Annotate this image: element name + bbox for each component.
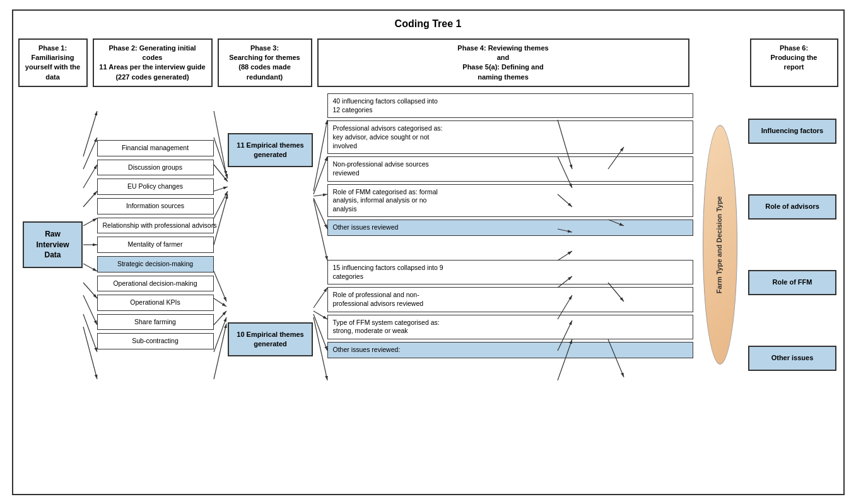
- item-box-3: Information sources: [97, 198, 214, 214]
- phase-headers: Phase 1: Familiarising yourself with the…: [18, 38, 838, 88]
- farm-type-oval: Farm Type and Decision Type: [703, 125, 737, 365]
- col-review: 40 influencing factors collapsed into 12…: [315, 93, 693, 396]
- review-top-box-3: Role of FMM categorised as: formal analy…: [327, 184, 693, 218]
- raw-interview-data-box: Raw Interview Data: [23, 221, 83, 268]
- item-box-0: Financial management: [97, 140, 214, 156]
- phase3-header: Phase 3: Searching for themes (88 codes …: [218, 38, 312, 88]
- oval-container: Farm Type and Decision Type: [701, 112, 739, 377]
- col-raw: Raw Interview Data: [18, 93, 88, 396]
- phase1-header: Phase 1: Familiarising yourself with the…: [18, 38, 88, 88]
- final-box-1: Role of advisors: [748, 194, 836, 219]
- item-box-1: Discussion groups: [97, 160, 214, 176]
- final-box-2: Role of FFM: [748, 270, 836, 295]
- phase2-header: Phase 2: Generating initial codes 11 Are…: [93, 38, 213, 88]
- review-bottom-box-3: Other issues reviewed:: [327, 342, 693, 358]
- item-box-4: Relationship with professional advisors: [97, 218, 214, 234]
- oval-text: Farm Type and Decision Type: [715, 196, 724, 293]
- review-bottom-box-2: Type of FFM system categorised as: stron…: [327, 315, 693, 339]
- item-box-2: EU Policy changes: [97, 179, 214, 195]
- item-box-6: Strategic decision-making: [97, 256, 214, 273]
- review-bottom-group: 15 influencing factors collapsed into 9 …: [327, 260, 693, 358]
- review-top-box-2: Non-professional advise sources reviewed: [327, 156, 693, 181]
- col-oval: Farm Type and Decision Type: [693, 93, 744, 396]
- review-bottom-box-1: Role of professional and non- profession…: [327, 287, 693, 312]
- review-bottom-box-0: 15 influencing factors collapsed into 9 …: [327, 260, 693, 284]
- outer-container: Coding Tree 1 Phase 1: Familiarising you…: [12, 9, 845, 495]
- col-final: Influencing factorsRole of advisorsRole …: [744, 93, 838, 396]
- review-top-box-4: Other issues reviewed: [327, 220, 693, 236]
- empirical-bottom-box: 10 Empirical themes generated: [228, 322, 313, 357]
- main-title: Coding Tree 1: [18, 16, 838, 32]
- col-empirical: 11 Empirical themes generated 10 Empiric…: [214, 93, 315, 396]
- review-top-box-1: Professional advisors categorised as: ke…: [327, 120, 693, 154]
- item-box-7: Operational decision-making: [97, 276, 214, 292]
- final-box-3: Other issues: [748, 346, 836, 370]
- phase6-header: Phase 6: Producing the report: [750, 38, 838, 88]
- empirical-top-box: 11 Empirical themes generated: [228, 133, 313, 168]
- review-top-box-0: 40 influencing factors collapsed into 12…: [327, 93, 693, 118]
- item-box-8: Operational KPIs: [97, 295, 214, 311]
- item-box-10: Sub-contracting: [97, 333, 214, 349]
- final-box-0: Influencing factors: [748, 119, 836, 143]
- review-top-group: 40 influencing factors collapsed into 12…: [327, 93, 693, 236]
- item-box-9: Share farming: [97, 314, 214, 331]
- col-items: Financial managementDiscussion groupsEU …: [88, 93, 214, 396]
- content-area: Raw Interview Data Financial managementD…: [18, 93, 838, 396]
- phase4-header: Phase 4: Reviewing themes and Phase 5(a)…: [317, 38, 689, 88]
- item-box-5: Mentality of farmer: [97, 237, 214, 253]
